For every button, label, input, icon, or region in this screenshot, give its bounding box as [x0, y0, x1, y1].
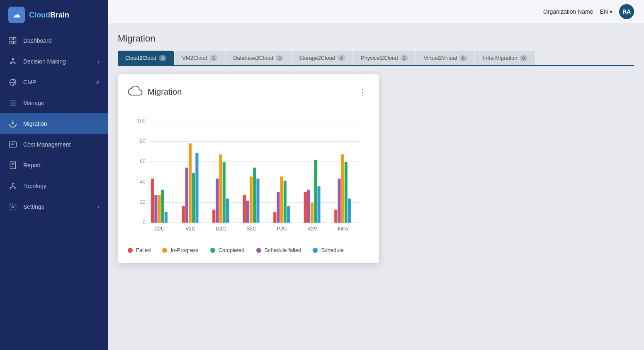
svg-rect-56: [307, 190, 310, 223]
chevron-right-icon: ›: [98, 204, 100, 210]
tab-vm2cloud[interactable]: VM2Cloud 5: [175, 51, 225, 65]
report-icon: [8, 161, 17, 170]
tab-database2cloud[interactable]: Database2Cloud 3: [226, 51, 291, 65]
svg-text:Infra: Infra: [338, 226, 348, 232]
bar-group-infra: Infra: [334, 154, 351, 232]
cost-icon: [8, 140, 17, 149]
svg-rect-35: [195, 153, 198, 223]
avatar[interactable]: RA: [619, 4, 634, 19]
chevron-right-icon: ›: [98, 59, 100, 64]
bar-group-p2c: P2C: [273, 176, 290, 232]
bar-group-c2c: C2C: [151, 179, 168, 232]
svg-rect-34: [192, 173, 195, 223]
grid-icon: [8, 36, 17, 45]
sidebar-item-decision-making[interactable]: Decision Making ›: [0, 51, 108, 72]
logo: ☁ CloudBrain: [0, 0, 108, 30]
topology-icon: [8, 181, 17, 191]
svg-rect-62: [338, 179, 340, 223]
svg-rect-29: [165, 212, 168, 223]
sidebar-item-label: Decision Making: [23, 58, 66, 65]
bar-group-v2v: V2V: [304, 160, 321, 231]
language-selector[interactable]: EN ▾: [600, 8, 612, 15]
tab-physical2cloud[interactable]: Physical2Cloud 2: [353, 51, 416, 65]
migration-icon: [8, 119, 17, 128]
svg-rect-3: [14, 42, 16, 44]
chart-legend: Failed In-Progress Completed Schedule fa…: [128, 247, 369, 253]
sidebar-item-manage[interactable]: Manage: [0, 93, 108, 113]
svg-text:S2C: S2C: [246, 226, 256, 232]
sidebar-item-topology[interactable]: Topology: [0, 176, 108, 196]
chart-title: Migration: [148, 87, 182, 97]
svg-text:C2C: C2C: [154, 226, 165, 232]
svg-rect-37: [212, 210, 215, 223]
sidebar-item-cmp[interactable]: CMP ∨: [0, 72, 108, 93]
svg-point-6: [14, 63, 15, 64]
tab-virtual2virtual[interactable]: Virtual2Virtual 6: [416, 51, 475, 65]
svg-rect-64: [345, 162, 348, 223]
svg-rect-8: [10, 162, 15, 169]
bar-group-v2c: V2C: [182, 143, 199, 231]
schedule-failed-dot: [256, 248, 261, 253]
cmp-icon: [8, 78, 17, 87]
tab-storage2cloud[interactable]: Storage2Cloud 4: [292, 51, 352, 65]
svg-rect-41: [226, 198, 229, 223]
svg-rect-58: [314, 160, 317, 223]
sidebar-item-label: Migration: [23, 120, 47, 127]
tab-cloud2cloud[interactable]: Cloud2Cloud 8: [118, 51, 174, 65]
svg-text:40: 40: [140, 179, 146, 185]
sidebar-item-label: Cost Management: [23, 141, 70, 148]
svg-point-10: [10, 188, 11, 189]
logo-text: CloudBrain: [29, 11, 69, 20]
svg-rect-0: [10, 38, 12, 40]
svg-point-9: [12, 183, 13, 184]
legend-in-progress: In-Progress: [162, 247, 198, 253]
settings-icon: [8, 202, 17, 211]
migration-chart-card: Migration ⋮ 100 80 60 40: [118, 74, 379, 263]
sidebar-item-settings[interactable]: Settings ›: [0, 196, 108, 217]
sidebar: ☁ CloudBrain Dashboard Decision Making ›…: [0, 0, 108, 350]
sidebar-item-label: Settings: [23, 203, 44, 210]
svg-point-4: [12, 59, 13, 60]
svg-text:P2C: P2C: [277, 226, 287, 232]
sidebar-item-label: Topology: [23, 183, 46, 189]
manage-icon: [8, 98, 17, 108]
sidebar-item-migration[interactable]: Migration: [0, 113, 108, 134]
svg-text:D2C: D2C: [216, 226, 226, 232]
svg-rect-47: [256, 179, 259, 223]
more-options-button[interactable]: ⋮: [356, 85, 369, 98]
svg-rect-2: [10, 42, 12, 44]
topbar: Organization Name EN ▾ RA: [108, 0, 644, 23]
svg-text:100: 100: [137, 118, 146, 124]
legend-failed: Failed: [128, 247, 151, 253]
chevron-down-icon: ▾: [610, 8, 612, 15]
svg-rect-27: [158, 195, 160, 223]
svg-text:80: 80: [140, 138, 146, 144]
svg-rect-31: [182, 206, 185, 223]
tab-infra-migration[interactable]: Infra Migration 0: [475, 51, 535, 65]
svg-rect-43: [243, 195, 246, 223]
svg-rect-49: [273, 212, 276, 223]
content-area: Migration Cloud2Cloud 8 VM2Cloud 5 Datab…: [108, 23, 644, 350]
svg-text:0: 0: [143, 220, 146, 226]
svg-rect-65: [348, 198, 351, 223]
page-title: Migration: [118, 33, 634, 44]
sidebar-item-cost-management[interactable]: Cost Management: [0, 134, 108, 155]
sidebar-item-label: CMP: [23, 79, 36, 86]
sidebar-item-label: Report: [23, 162, 41, 169]
completed-dot: [210, 248, 215, 253]
svg-rect-45: [250, 176, 253, 223]
svg-point-5: [10, 63, 12, 64]
sidebar-item-report[interactable]: Report: [0, 155, 108, 176]
main-area: Organization Name EN ▾ RA Migration Clou…: [108, 0, 644, 350]
svg-text:V2V: V2V: [308, 226, 318, 232]
sidebar-item-dashboard[interactable]: Dashboard: [0, 30, 108, 51]
chart-header: Migration ⋮: [128, 84, 369, 99]
svg-rect-28: [161, 190, 164, 223]
cloud-icon: [128, 84, 143, 99]
legend-completed: Completed: [210, 247, 245, 253]
svg-text:60: 60: [140, 159, 146, 164]
svg-rect-63: [341, 154, 344, 223]
svg-rect-33: [189, 143, 192, 223]
chart-svg: 100 80 60 40 20 0: [128, 108, 369, 240]
svg-rect-55: [304, 192, 307, 223]
